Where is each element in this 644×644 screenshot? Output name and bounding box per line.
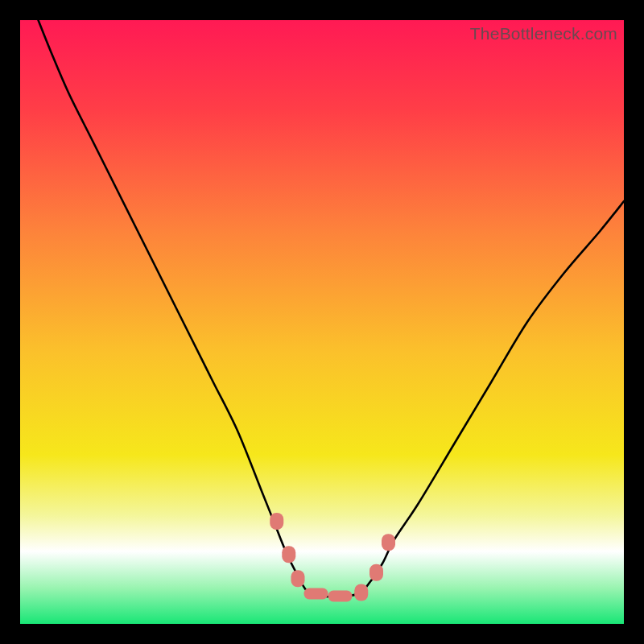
trough-marker — [328, 591, 353, 602]
plot-area: TheBottleneck.com — [20, 20, 624, 624]
trough-marker — [304, 588, 328, 600]
trough-marker — [369, 564, 383, 581]
trough-marker — [270, 513, 283, 530]
watermark-text: TheBottleneck.com — [470, 24, 617, 43]
chart-frame: TheBottleneck.com — [0, 0, 644, 644]
trough-marker — [354, 584, 368, 601]
trough-marker — [291, 570, 305, 587]
trough-marker — [282, 546, 295, 563]
trough-markers — [20, 20, 624, 624]
trough-marker — [382, 534, 395, 551]
